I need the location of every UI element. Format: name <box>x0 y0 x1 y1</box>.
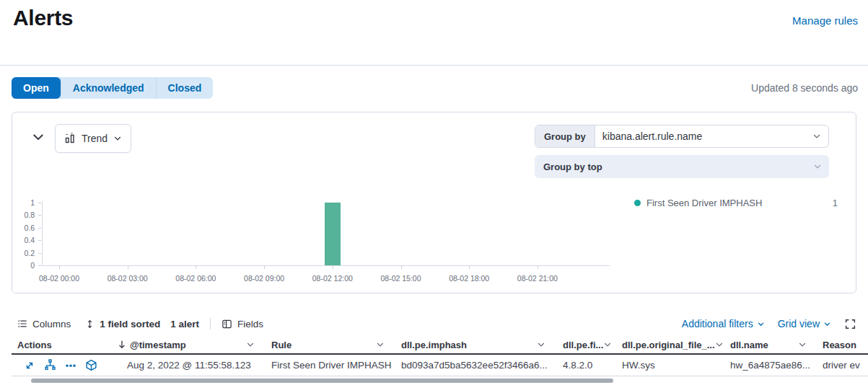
x-axis-label: 08-02 18:00 <box>449 274 489 283</box>
sort-fields-button[interactable]: 1 field sorted <box>85 319 160 329</box>
session-view-icon[interactable] <box>85 359 97 371</box>
columns-label: Columns <box>32 319 71 329</box>
group-by-top-select[interactable]: Group by top <box>535 155 829 178</box>
grid-header-row: Actions @timestamp Rule dll.pe.imphash d… <box>12 336 868 355</box>
column-menu-chevron-icon[interactable] <box>537 340 545 349</box>
column-menu-chevron-icon[interactable] <box>603 340 612 349</box>
additional-filters-button[interactable]: Additional filters <box>682 318 765 329</box>
alert-status-filter-group: Open Acknowledged Closed <box>12 77 213 99</box>
grid-view-button[interactable]: Grid view <box>778 318 831 329</box>
chevron-down-icon <box>113 134 122 143</box>
x-axis-label: 08-02 03:00 <box>108 274 148 283</box>
fullscreen-icon <box>844 318 856 330</box>
x-axis-label: 08-02 09:00 <box>244 274 284 283</box>
cell-reason: driver ev <box>815 355 868 376</box>
chevron-down-icon <box>813 162 829 171</box>
column-header-original-file-name[interactable]: dll.pe.original_file_... <box>612 336 723 353</box>
status-tab-closed[interactable]: Closed <box>156 77 214 99</box>
column-header-timestamp[interactable]: @timestamp <box>115 336 263 353</box>
alert-count: 1 alert <box>170 319 199 329</box>
updated-timestamp: Updated 8 seconds ago <box>751 82 858 94</box>
fields-label: Fields <box>237 319 263 329</box>
y-axis <box>42 201 43 266</box>
fields-button[interactable]: Fields <box>222 319 263 329</box>
legend-item[interactable]: First Seen Driver IMPHASH 1 <box>630 196 841 209</box>
cell-timestamp: Aug 2, 2022 @ 11:55:58.123 <box>115 355 263 376</box>
cell-dll-name: hw_6a4875ae86... <box>723 355 815 376</box>
chevron-down-icon <box>812 125 828 147</box>
column-header-reason[interactable]: Reason <box>815 336 868 353</box>
chevron-down-icon <box>823 320 831 328</box>
grid-toolbar-right: Additional filters Grid view <box>682 316 856 332</box>
column-header-rule[interactable]: Rule <box>263 336 393 353</box>
alert-row: Aug 2, 2022 @ 11:55:58.123 First Seen Dr… <box>12 355 868 376</box>
cell-original-file-name: HW.sys <box>612 355 723 376</box>
grid-view-label: Grid view <box>778 318 820 329</box>
column-header-file-version[interactable]: dll.pe.fi... <box>554 336 612 353</box>
column-menu-chevron-icon[interactable] <box>715 340 723 349</box>
legend-swatch <box>634 200 641 206</box>
chart-view-selector[interactable]: Trend <box>55 124 131 153</box>
x-axis-label: 08-02 12:00 <box>312 274 353 283</box>
row-actions <box>12 359 97 371</box>
x-axis-label: 08-02 06:00 <box>175 274 216 283</box>
toolbar-divider <box>210 318 211 329</box>
cell-imphash: bd093a7d5ba5632ee52f3466a6... <box>393 355 554 376</box>
trend-bar <box>325 203 341 265</box>
x-axis-label: 08-02 21:00 <box>517 274 558 283</box>
list-icon <box>17 319 27 329</box>
column-header-dll-name[interactable]: dll.name <box>723 336 815 353</box>
sorted-fields-label: 1 field sorted <box>100 319 160 329</box>
trend-chart-panel: Trend Group by kibana.alert.rule.name Gr… <box>12 112 856 293</box>
chart-view-label: Trend <box>82 133 108 144</box>
column-header-actions: Actions <box>12 336 115 353</box>
fullscreen-button[interactable] <box>844 318 856 330</box>
group-by-select[interactable]: Group by kibana.alert.rule.name <box>535 125 829 148</box>
legend-label: First Seen Driver IMPHASH <box>646 198 833 208</box>
status-tab-open[interactable]: Open <box>12 77 61 99</box>
group-by-label: Group by <box>535 125 595 147</box>
fields-icon <box>222 319 232 329</box>
column-menu-chevron-icon[interactable] <box>246 340 255 349</box>
x-axis-label: 08-02 15:00 <box>380 274 421 283</box>
column-menu-chevron-icon[interactable] <box>798 340 807 349</box>
expand-icon[interactable] <box>24 360 35 371</box>
manage-rules-link[interactable]: Manage rules <box>792 14 858 27</box>
status-tab-acknowledged[interactable]: Acknowledged <box>61 77 156 99</box>
cell-rule: First Seen Driver IMPHASH <box>263 355 393 376</box>
x-axis-label: 08-02 00:00 <box>39 274 79 283</box>
analyze-event-icon[interactable] <box>44 359 56 371</box>
page-title: Alerts <box>13 6 73 30</box>
legend-value: 1 <box>833 198 841 208</box>
collapse-chart-button[interactable] <box>31 130 45 144</box>
group-by-top-label: Group by top <box>535 161 813 172</box>
columns-button[interactable]: Columns <box>17 319 71 329</box>
sort-icon <box>85 319 95 329</box>
cell-file-version: 4.8.2.0 <box>554 355 612 376</box>
column-menu-chevron-icon[interactable] <box>376 340 385 349</box>
column-header-imphash[interactable]: dll.pe.imphash <box>393 336 554 353</box>
grid-toolbar-left: Columns 1 field sorted 1 alert Fields <box>17 317 263 331</box>
chevron-down-icon <box>31 130 45 144</box>
sort-desc-icon <box>115 340 127 350</box>
horizontal-scrollbar[interactable] <box>31 379 613 383</box>
group-by-value: kibana.alert.rule.name <box>595 125 812 147</box>
header-divider <box>0 65 868 66</box>
chevron-down-icon <box>757 320 765 328</box>
bar-chart-icon <box>64 133 76 144</box>
more-actions-icon[interactable] <box>65 360 76 371</box>
additional-filters-label: Additional filters <box>682 318 753 329</box>
alerts-page: Alerts Manage rules Open Acknowledged Cl… <box>0 0 868 385</box>
